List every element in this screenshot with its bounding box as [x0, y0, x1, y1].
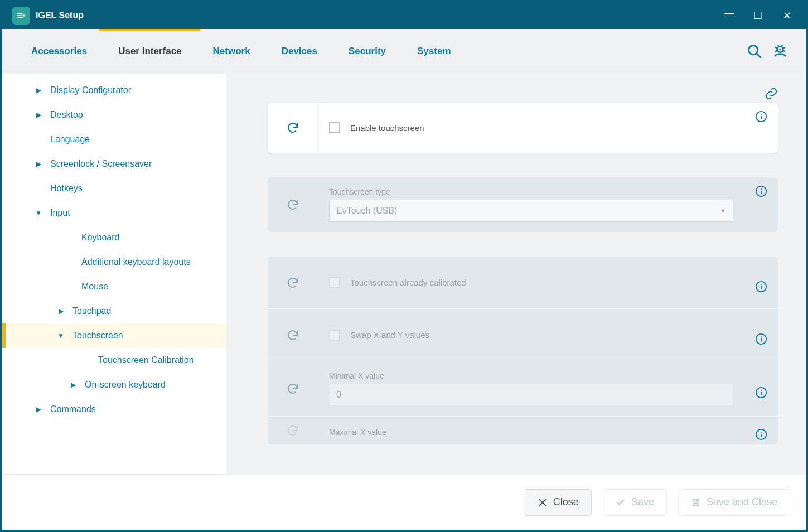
sidebar: ▶Display Configurator ▶Desktop ▶Language…	[2, 74, 226, 474]
tab-devices[interactable]: Devices	[266, 29, 333, 74]
sidebar-item-display-configurator[interactable]: ▶Display Configurator	[2, 78, 226, 103]
input-min-x: 0	[329, 384, 733, 406]
sidebar-item-addl-keyboard-layouts[interactable]: ▶Additional keyboard layouts	[2, 250, 226, 274]
svg-point-12	[761, 188, 762, 190]
select-touchscreen-type: EvTouch (USB) ▼	[329, 200, 733, 222]
svg-point-24	[761, 432, 762, 433]
chevron-down-icon: ▼	[720, 207, 726, 214]
minimize-button[interactable]: —	[722, 7, 736, 20]
sidebar-item-hotkeys[interactable]: ▶Hotkeys	[2, 176, 226, 201]
close-window-button[interactable]: ✕	[780, 9, 794, 22]
sidebar-item-keyboard[interactable]: ▶Keyboard	[2, 225, 226, 250]
card-enable-touchscreen: Enable touchscreen	[268, 103, 778, 153]
check-icon	[616, 497, 626, 507]
disk-icon	[691, 497, 701, 507]
svg-point-6	[779, 49, 781, 51]
close-button[interactable]: Close	[525, 489, 592, 516]
label-swap-xy: Swap X and Y values	[350, 330, 429, 340]
sync-icon	[286, 382, 299, 395]
maximize-button[interactable]: ☐	[751, 9, 765, 22]
sidebar-item-touchscreen-calibration[interactable]: ▶Touchscreen Calibration	[2, 348, 226, 373]
tab-user-interface[interactable]: User Interface	[103, 29, 197, 74]
tab-accessories[interactable]: Accessories	[16, 29, 103, 74]
label-max-x: Maximal X value	[329, 428, 733, 437]
sidebar-item-mouse[interactable]: ▶Mouse	[2, 274, 226, 299]
label-already-calibrated: Touchscreen already calibrated	[350, 278, 466, 287]
card-calibration-group: Touchscreen already calibrated Swap X an…	[268, 257, 778, 444]
search-icon[interactable]	[747, 43, 762, 59]
sync-icon	[286, 328, 299, 342]
info-icon[interactable]	[755, 428, 767, 441]
save-and-close-button: Save and Close	[678, 489, 790, 516]
sidebar-item-input[interactable]: ▼Input	[2, 201, 226, 225]
content-panel: Enable touchscreen Touchscreen type EvTo…	[226, 74, 806, 474]
tab-system[interactable]: System	[401, 29, 466, 74]
info-icon[interactable]	[755, 386, 767, 399]
info-icon[interactable]	[755, 110, 767, 123]
info-icon[interactable]	[755, 185, 767, 197]
checkbox-already-calibrated	[329, 277, 340, 288]
x-icon	[538, 497, 548, 507]
sync-icon	[286, 276, 299, 289]
label-enable-touchscreen: Enable touchscreen	[350, 123, 424, 133]
tab-network[interactable]: Network	[197, 29, 266, 74]
sidebar-item-touchpad[interactable]: ▶Touchpad	[2, 299, 226, 323]
svg-point-9	[761, 114, 762, 115]
sidebar-item-touchscreen[interactable]: ▼Touchscreen	[2, 323, 226, 348]
sync-icon	[286, 424, 299, 437]
card-touchscreen-type: Touchscreen type EvTouch (USB) ▼	[268, 177, 778, 232]
svg-point-1	[23, 14, 25, 16]
info-icon[interactable]	[755, 280, 767, 293]
app-icon	[12, 7, 30, 25]
svg-line-4	[757, 54, 761, 57]
label-min-x: Minimal X value	[329, 371, 733, 380]
svg-point-21	[761, 390, 762, 391]
sync-icon	[286, 198, 299, 211]
sidebar-item-onscreen-keyboard[interactable]: ▶On-screen keyboard	[2, 373, 226, 397]
svg-point-18	[761, 336, 762, 337]
info-icon[interactable]	[755, 333, 767, 345]
settings-view-icon[interactable]	[772, 43, 788, 59]
sidebar-item-language[interactable]: ▶Language	[2, 127, 226, 152]
checkbox-swap-xy	[329, 330, 340, 341]
label-touchscreen-type: Touchscreen type	[329, 187, 733, 196]
window-title: IGEL Setup	[36, 11, 84, 21]
svg-point-15	[761, 283, 762, 284]
sidebar-item-commands[interactable]: ▶Commands	[2, 397, 226, 422]
sidebar-item-desktop[interactable]: ▶Desktop	[2, 103, 226, 127]
save-button: Save	[603, 489, 667, 516]
permalink-icon[interactable]	[765, 87, 778, 100]
checkbox-enable-touchscreen[interactable]	[329, 122, 340, 133]
tab-security[interactable]: Security	[333, 29, 401, 74]
svg-point-2	[21, 17, 23, 18]
sync-icon[interactable]	[286, 121, 299, 134]
sidebar-item-screenlock[interactable]: ▶Screenlock / Screensaver	[2, 152, 226, 176]
svg-point-0	[21, 13, 23, 14]
